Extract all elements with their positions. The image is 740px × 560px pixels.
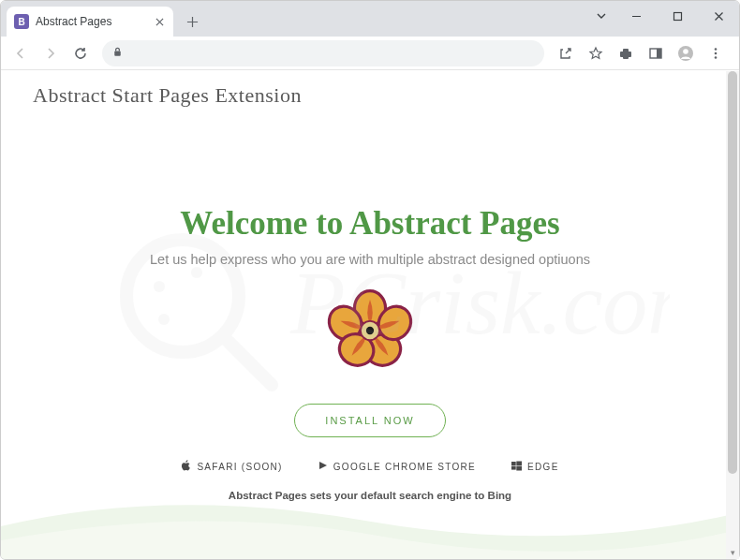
scrollbar-thumb[interactable] (728, 71, 737, 474)
svg-rect-3 (657, 49, 661, 58)
browser-window: B Abstract Pages (0, 0, 740, 560)
tab-strip: B Abstract Pages (1, 1, 739, 37)
apple-icon (181, 460, 191, 473)
extensions-button[interactable] (612, 39, 640, 67)
forward-button[interactable] (37, 39, 65, 67)
chrome-store-link-label: GOOGLE CHROME STORE (333, 462, 476, 472)
bookmark-button[interactable] (582, 39, 610, 67)
address-bar[interactable] (102, 40, 544, 66)
favicon: B (14, 14, 29, 29)
new-tab-button[interactable] (179, 8, 205, 35)
browser-tab[interactable]: B Abstract Pages (7, 7, 173, 37)
browser-toolbar (1, 37, 739, 70)
install-button[interactable]: INSTALL NOW (294, 404, 445, 437)
page-title: Abstract Start Pages Extension (1, 70, 739, 121)
vertical-scrollbar[interactable]: ▾ (726, 71, 739, 559)
page-content: PCrisk.com Abstract Start Pages Extensio… (1, 70, 739, 559)
safari-link-label: SAFARI (SOON) (197, 462, 282, 472)
scrollbar-down-arrow[interactable]: ▾ (726, 546, 739, 559)
lock-icon (111, 45, 124, 62)
safari-link[interactable]: SAFARI (SOON) (181, 460, 282, 473)
side-panel-button[interactable] (642, 39, 670, 67)
windows-icon (511, 461, 522, 473)
reload-button[interactable] (67, 39, 95, 67)
edge-link[interactable]: EDGE (511, 460, 559, 473)
flower-illustration (1, 287, 739, 377)
hero-title: Welcome to Abstract Pages (1, 205, 739, 243)
chrome-store-link[interactable]: GOOGLE CHROME STORE (318, 460, 476, 473)
hills-decoration (1, 494, 739, 559)
profile-button[interactable] (672, 39, 700, 67)
svg-point-21 (366, 327, 374, 334)
hero-subtitle: Let us help express who you are with mul… (1, 252, 739, 267)
svg-point-6 (715, 48, 718, 51)
svg-rect-24 (511, 465, 516, 469)
back-button[interactable] (7, 39, 35, 67)
share-button[interactable] (552, 39, 580, 67)
minimize-button[interactable] (615, 2, 657, 30)
maximize-button[interactable] (657, 2, 698, 30)
close-window-button[interactable] (698, 2, 739, 30)
footnote: Abstract Pages sets your default search … (1, 490, 739, 501)
toolbar-right (552, 39, 733, 67)
svg-rect-25 (516, 465, 522, 470)
platform-links: SAFARI (SOON) GOOGLE CHROME STORE EDGE (1, 460, 739, 473)
tab-search-button[interactable] (587, 3, 615, 29)
svg-rect-1 (114, 51, 121, 55)
svg-rect-23 (516, 461, 522, 465)
svg-rect-0 (673, 12, 681, 20)
svg-rect-22 (511, 462, 516, 465)
svg-point-8 (715, 56, 718, 59)
edge-link-label: EDGE (527, 462, 559, 472)
window-controls (587, 1, 739, 31)
svg-point-5 (683, 49, 688, 54)
menu-button[interactable] (702, 39, 730, 67)
svg-point-7 (715, 52, 718, 54)
tab-title: Abstract Pages (36, 15, 146, 28)
close-tab-button[interactable] (153, 15, 166, 28)
hero-section: Welcome to Abstract Pages Let us help ex… (1, 121, 739, 501)
play-icon (318, 461, 328, 472)
